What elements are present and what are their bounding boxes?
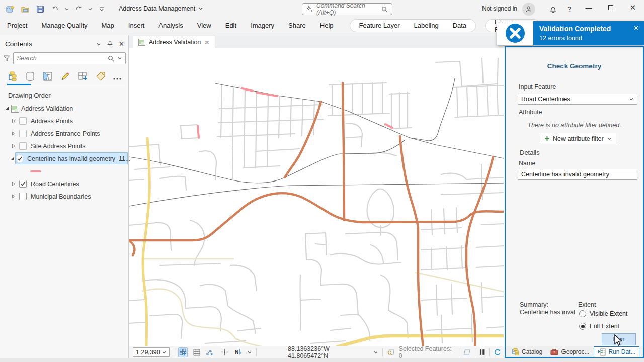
ribbon-tab-edit[interactable]: Edit <box>218 18 244 33</box>
collapsed-icon[interactable] <box>10 182 17 186</box>
visible-extent-option[interactable]: Visible Extent <box>579 310 628 317</box>
more-tabs-icon[interactable] <box>113 71 122 82</box>
new-project-icon[interactable] <box>4 3 16 15</box>
toast-close-icon[interactable]: ✕ <box>633 24 639 32</box>
full-extent-option[interactable]: Full Extent <box>579 323 619 330</box>
layer-checkbox-unchecked[interactable] <box>19 142 27 150</box>
minimize-button[interactable]: — <box>578 0 600 15</box>
refresh-icon[interactable] <box>494 348 501 356</box>
contextual-tab-data[interactable]: Data <box>446 19 473 32</box>
snapping-tab-icon[interactable] <box>77 71 89 82</box>
map-view-tab[interactable]: Address Validation ✕ <box>133 36 215 48</box>
sign-in-status[interactable]: Not signed in <box>482 5 517 12</box>
save-project-icon[interactable] <box>34 3 46 15</box>
layer-row-map[interactable]: Address Validation <box>0 102 129 115</box>
redo-menu-chevron[interactable] <box>88 7 93 12</box>
layer-row-municipal-boundaries[interactable]: Municipal Boundaries <box>0 190 129 203</box>
collapsed-icon[interactable] <box>10 144 17 148</box>
undo-button[interactable] <box>49 3 61 15</box>
input-feature-select[interactable]: Road Centerlines <box>518 94 637 105</box>
collapsed-icon[interactable] <box>10 119 17 123</box>
expanded-icon[interactable] <box>3 106 10 111</box>
ribbon-tab-share[interactable]: Share <box>281 18 313 33</box>
layer-checkbox-unchecked[interactable] <box>19 117 27 125</box>
contents-panel-controls: ✕ <box>96 40 124 48</box>
map-status-bar: 1:29,390 N 88.1363236°W 41.8065472 <box>129 346 505 358</box>
ribbon-tab-insert[interactable]: Insert <box>121 18 152 33</box>
error-line-swatch <box>30 170 41 172</box>
redo-button[interactable] <box>72 3 85 15</box>
command-search-input[interactable]: Command Search (Alt+Q) <box>302 3 392 15</box>
pause-drawing-icon[interactable] <box>479 349 485 355</box>
filter-funnel-icon[interactable] <box>3 55 10 62</box>
tab-run-data-checks[interactable]: Run Dat... <box>594 346 639 357</box>
north-arrow-button[interactable]: N <box>233 347 244 357</box>
layer-row-address-points[interactable]: Address Points <box>0 115 129 127</box>
grid-button[interactable] <box>192 347 202 357</box>
collapsed-icon[interactable] <box>10 194 17 199</box>
layer-row-error-layer[interactable]: Centerline has invalid geometry_11... <box>0 152 129 165</box>
status-right-group: Selected Features: 0 <box>382 345 501 359</box>
expanded-icon[interactable] <box>10 156 15 161</box>
collapsed-icon[interactable] <box>10 131 17 136</box>
selection-tab-icon[interactable] <box>42 71 53 82</box>
tab-geoprocessing[interactable]: Geoproc... <box>547 346 593 357</box>
crosshair-button[interactable] <box>219 347 229 357</box>
layer-row-site-address-points[interactable]: Site Address Points <box>0 140 129 152</box>
layer-row-road-centerlines[interactable]: Road Centerlines <box>0 177 129 190</box>
notifications-bell-icon[interactable] <box>546 3 559 16</box>
ribbon-tab-project[interactable]: Project <box>0 18 34 33</box>
ribbon-tab-map[interactable]: Map <box>95 18 121 33</box>
layer-checkbox-checked[interactable] <box>17 155 23 162</box>
customize-toolbar-icon[interactable] <box>96 3 108 15</box>
name-value: Centerline has invalid geometry <box>521 171 634 178</box>
ribbon-tab-imagery[interactable]: Imagery <box>244 18 281 33</box>
contextual-tab-feature-layer[interactable]: Feature Layer <box>352 19 407 32</box>
panel-close-icon[interactable]: ✕ <box>119 40 124 48</box>
ribbon-tab-manage-quality[interactable]: Manage Quality <box>34 18 94 33</box>
map-extent-icon[interactable] <box>463 349 471 355</box>
layer-checkbox-unchecked[interactable] <box>19 193 27 200</box>
help-icon[interactable]: ? <box>562 3 576 16</box>
visible-extent-label: Visible Extent <box>590 310 628 317</box>
selected-features-label[interactable]: Selected Features: 0 <box>399 345 455 359</box>
map-thumbnail-icon <box>138 39 145 46</box>
contextual-tab-labeling[interactable]: Labeling <box>407 19 445 32</box>
map-canvas[interactable] <box>129 48 504 346</box>
ribbon-tab-analysis[interactable]: Analysis <box>151 18 190 33</box>
maximize-button[interactable] <box>600 0 622 15</box>
search-options-chevron-icon[interactable] <box>117 56 122 61</box>
labeling-tab-icon[interactable] <box>95 71 106 82</box>
app-title[interactable]: Address Data Management <box>119 5 203 12</box>
notification-toast[interactable]: Validation Completed 12 errors found ✕ <box>497 21 644 45</box>
map-drawing <box>129 48 504 346</box>
edit-vertices-button[interactable] <box>206 347 216 357</box>
account-avatar[interactable] <box>522 3 535 16</box>
layer-label: Centerline has invalid geometry_11... <box>25 155 130 162</box>
name-input[interactable]: Centerline has invalid geometry <box>518 169 637 180</box>
scale-combo[interactable]: 1:29,390 <box>133 347 170 357</box>
layer-checkbox-unchecked[interactable] <box>19 130 27 137</box>
snapping-toggle-button[interactable] <box>178 347 188 357</box>
ribbon-tab-help[interactable]: Help <box>313 18 341 33</box>
pin-icon[interactable] <box>107 41 113 47</box>
error-circle-icon <box>505 23 526 44</box>
layer-row-address-entrance-points[interactable]: Address Entrance Points <box>0 127 129 140</box>
tab-catalog[interactable]: Catalog <box>508 346 546 357</box>
data-source-tab-icon[interactable] <box>25 71 36 82</box>
close-button[interactable]: ✕ <box>622 0 644 15</box>
coordinates-display[interactable]: 88.1363236°W 41.8065472°N <box>288 345 378 359</box>
panel-menu-chevron-icon[interactable] <box>96 42 101 47</box>
editing-tab-icon[interactable] <box>60 71 71 82</box>
chevron-down-icon[interactable] <box>247 350 252 355</box>
undo-menu-chevron[interactable] <box>64 7 69 12</box>
ribbon-tab-view[interactable]: View <box>190 18 218 33</box>
drawing-order-tab-icon[interactable] <box>7 71 18 82</box>
contents-search-input[interactable]: Search <box>13 52 126 64</box>
open-project-icon[interactable] <box>19 3 31 15</box>
layer-checkbox-checked[interactable] <box>19 180 27 188</box>
toast-body: Validation Completed 12 errors found ✕ <box>533 21 644 45</box>
contents-panel-title: Contents <box>5 40 32 48</box>
tab-close-icon[interactable]: ✕ <box>204 39 209 46</box>
new-attribute-filter-button[interactable]: New attribute filter <box>540 133 616 144</box>
